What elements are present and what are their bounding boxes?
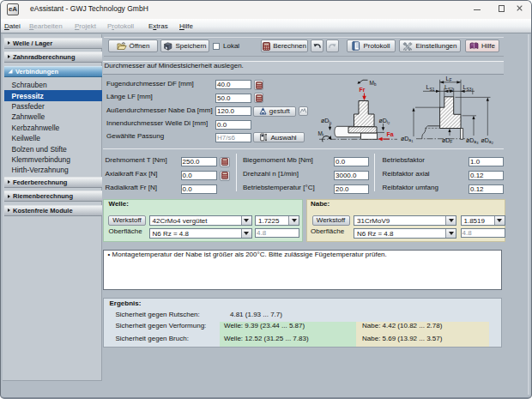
svg-text:Mb: Mb: [370, 80, 377, 88]
svg-text:øDa2: øDa2: [481, 137, 494, 146]
svg-text:øDi2: øDi2: [379, 118, 390, 126]
svg-text:øDF: øDF: [442, 137, 452, 145]
svg-text:øDa1: øDa1: [401, 136, 414, 144]
svg-text:øDa3: øDa3: [466, 137, 479, 146]
svg-text:Fr: Fr: [360, 87, 366, 93]
svg-text:Mt: Mt: [318, 130, 324, 138]
svg-text:LS1: LS1: [426, 84, 435, 92]
svg-text:Fa: Fa: [387, 131, 394, 137]
svg-text:LS2: LS2: [444, 84, 453, 92]
svg-text:LF: LF: [446, 76, 452, 83]
svg-text:øDi1: øDi1: [321, 118, 332, 126]
